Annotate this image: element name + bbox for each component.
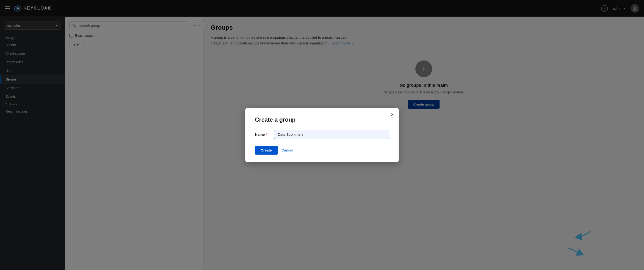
modal-cancel-button[interactable]: Cancel (282, 148, 293, 152)
create-group-modal: × Create a group Name * Create Cancel (246, 108, 398, 162)
modal-overlay[interactable]: × Create a group Name * Create Cancel (0, 0, 644, 270)
modal-close-button[interactable]: × (391, 112, 394, 117)
modal-actions: Create Cancel (255, 146, 389, 155)
modal-title: Create a group (255, 116, 389, 123)
modal-create-button[interactable]: Create (255, 146, 278, 155)
required-indicator: * (266, 133, 267, 136)
form-row-name: Name * (255, 130, 389, 139)
group-name-input[interactable] (274, 130, 389, 139)
name-label: Name * (255, 132, 269, 136)
